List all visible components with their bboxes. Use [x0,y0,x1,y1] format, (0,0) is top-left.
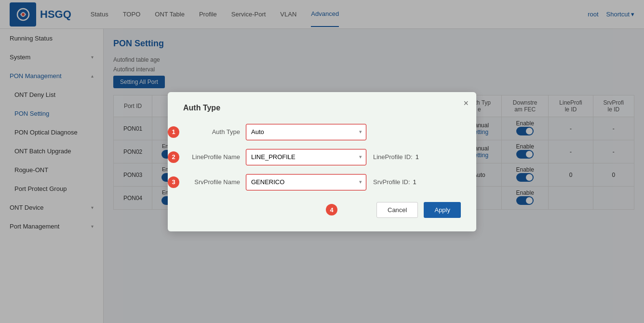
line-profile-id-value: 1 [416,153,419,161]
srv-profile-id-label: SrvProfile ID: [373,178,410,186]
step-3-badge: 3 [168,176,179,188]
auth-type-select[interactable]: Auto Manual Password SN+Password [246,124,366,140]
line-profile-label: LineProfile Name [183,153,246,161]
step-4-badge: 4 [326,204,337,215]
auth-type-label: Auth Type [183,128,246,135]
step-1-badge: 1 [168,126,179,138]
line-profile-row: 2 LineProfile Name LINE_PROFILE ▾ LinePr… [183,149,461,165]
line-profile-select[interactable]: LINE_PROFILE [246,149,366,165]
auth-type-modal: Auth Type × 1 Auth Type Auto Manual Pass… [168,92,476,231]
modal-footer: 4 Cancel Apply [183,202,461,218]
auth-type-row: 1 Auth Type Auto Manual Password SN+Pass… [183,124,461,140]
modal-close-button[interactable]: × [463,99,469,108]
cancel-button[interactable]: Cancel [376,202,418,218]
srv-profile-select-wrapper: GENERICO ▾ [246,174,366,190]
line-profile-select-wrapper: LINE_PROFILE ▾ [246,149,366,165]
step-2-badge: 2 [168,151,179,163]
srv-profile-row: 3 SrvProfile Name GENERICO ▾ SrvProfile … [183,174,461,190]
line-profile-id-label: LineProfile ID: [373,153,413,161]
srv-profile-label: SrvProfile Name [183,178,246,186]
modal-title: Auth Type [183,104,461,112]
auth-type-select-wrapper: Auto Manual Password SN+Password ▾ [246,124,366,140]
apply-button[interactable]: Apply [424,202,461,218]
srv-profile-select[interactable]: GENERICO [246,175,366,190]
modal-overlay: Auth Type × 1 Auth Type Auto Manual Pass… [0,0,644,323]
srv-profile-id-value: 1 [413,178,416,186]
